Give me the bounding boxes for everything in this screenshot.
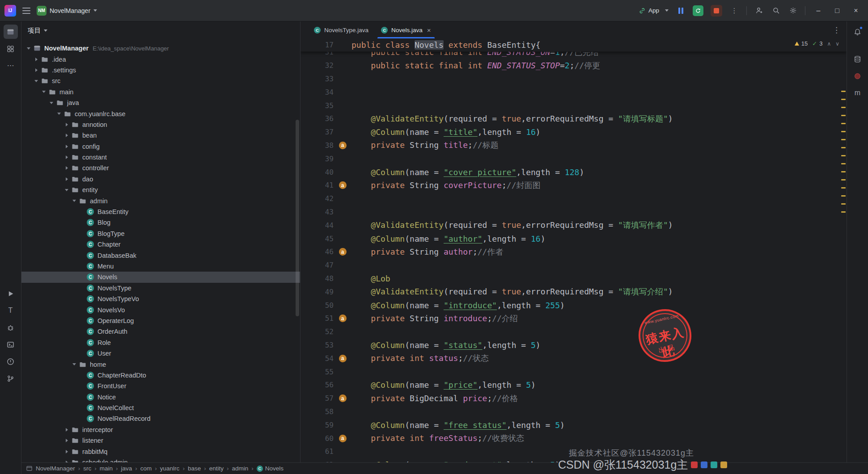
tree-item-novelsvo[interactable]: CNovelsVo [21, 304, 300, 315]
warning-stripe-mark[interactable] [841, 195, 846, 197]
tree-item-role[interactable]: CRole [21, 337, 300, 348]
close-button[interactable]: × [848, 3, 864, 18]
minimize-button[interactable]: – [811, 3, 826, 18]
tree-item-bean[interactable]: bean [21, 130, 300, 141]
line-number[interactable]: 43 [301, 208, 334, 216]
line-number[interactable]: 36 [301, 114, 334, 123]
tree-item-annotion[interactable]: annotion [21, 119, 300, 130]
tree-item-blogtype[interactable]: CBlogType [21, 228, 300, 239]
maximize-button[interactable]: □ [830, 3, 845, 18]
editor-tab-novels-java[interactable]: CNovels.java× [375, 21, 437, 38]
warning-stripe-mark[interactable] [841, 123, 846, 124]
line-number[interactable]: 44 [301, 221, 334, 230]
breadcrumb-item-java[interactable]: java [121, 465, 132, 472]
bell-icon[interactable] [851, 25, 865, 39]
tree-item-chapter[interactable]: CChapter [21, 239, 300, 250]
tree-item--idea[interactable]: .idea [21, 54, 300, 64]
gutter-annotation-icon[interactable]: a [334, 142, 351, 149]
warning-stripe-mark[interactable] [841, 115, 846, 116]
chevron-expanded-icon[interactable] [40, 91, 47, 93]
tree-item-chapterreaddto[interactable]: CChapterReadDto [21, 370, 300, 381]
chevron-collapsed-icon[interactable] [63, 155, 70, 159]
tree-item-java[interactable]: java [21, 97, 300, 108]
tab-options-icon[interactable]: ⋮ [833, 21, 840, 38]
maven-icon[interactable]: m [851, 86, 865, 100]
chevron-collapsed-icon[interactable] [63, 134, 70, 137]
editor-tab-novelstype-java[interactable]: CNovelsType.java [308, 21, 375, 38]
tree-item-notice[interactable]: CNotice [21, 392, 300, 403]
chevron-collapsed-icon[interactable] [33, 68, 40, 72]
tree-item-novelreadrecord[interactable]: CNovelReadRecord [21, 413, 300, 424]
structure-icon[interactable] [4, 42, 18, 56]
line-number[interactable]: 54 [301, 354, 334, 363]
tree-item-entity[interactable]: entity [21, 185, 300, 195]
tree-item-dao[interactable]: dao [21, 174, 300, 185]
warning-stripe-mark[interactable] [841, 179, 846, 180]
line-number[interactable]: 41 [301, 181, 334, 189]
search-everywhere-button[interactable] [769, 4, 783, 17]
line-number[interactable]: 47 [301, 261, 334, 269]
profiler-icon[interactable] [851, 69, 865, 83]
tree-item-rabbitmq[interactable]: rabbitMq [21, 446, 300, 457]
tree-item-src[interactable]: src [21, 76, 300, 86]
breadcrumb-item-entity[interactable]: entity [209, 465, 224, 472]
line-number[interactable]: 56 [301, 381, 334, 389]
bug-icon[interactable] [4, 320, 18, 335]
line-number[interactable]: 57 [301, 394, 334, 403]
tree-item-novelstype[interactable]: CNovelsType [21, 283, 300, 294]
prev-problem-icon[interactable]: ∧ [827, 41, 831, 47]
chevron-expanded-icon[interactable] [25, 47, 32, 50]
breadcrumb-item-com[interactable]: com [140, 465, 152, 472]
tree-item-schedule-admin[interactable]: schedule.admin [21, 457, 300, 462]
run-config-widget[interactable]: App [639, 7, 669, 14]
gutter-annotation-icon[interactable]: a [334, 248, 351, 256]
chevron-collapsed-icon[interactable] [63, 145, 70, 148]
chevron-expanded-icon[interactable] [63, 189, 70, 191]
tree-item-novelmanager[interactable]: NovelManagerE:\idea_space\NovelManager [21, 43, 300, 54]
more-actions-button[interactable]: ⋮ [728, 4, 741, 17]
tree-item-constant[interactable]: constant [21, 152, 300, 163]
problems-icon[interactable] [4, 354, 18, 369]
line-number[interactable]: 40 [301, 168, 334, 176]
line-number[interactable]: 37 [301, 128, 334, 136]
tree-item-main[interactable]: main [21, 87, 300, 97]
warning-stripe-mark[interactable] [841, 163, 846, 164]
tree-item-novelstypevo[interactable]: CNovelsTypeVo [21, 294, 300, 304]
line-number[interactable]: 53 [301, 341, 334, 349]
pause-button[interactable] [674, 4, 687, 17]
rerun-button[interactable] [691, 4, 705, 17]
code-with-me-button[interactable] [752, 4, 766, 17]
warning-stripe-mark[interactable] [841, 187, 846, 189]
git-icon[interactable] [4, 371, 18, 386]
gutter-annotation-icon[interactable]: a [334, 315, 351, 322]
todo-icon[interactable]: T [4, 303, 18, 318]
line-number[interactable]: 60 [301, 434, 334, 443]
project-widget[interactable]: NM NovelManager [37, 6, 97, 16]
tree-item-user[interactable]: CUser [21, 348, 300, 359]
line-number[interactable]: 61 [301, 447, 334, 456]
tree-item-orderauth[interactable]: COrderAuth [21, 326, 300, 337]
warning-stripe-mark[interactable] [841, 99, 846, 100]
warning-stripe-mark[interactable] [841, 203, 846, 205]
warning-stripe-mark[interactable] [841, 107, 846, 108]
terminal-icon[interactable] [4, 337, 18, 352]
settings-button[interactable] [786, 4, 800, 17]
chevron-expanded-icon[interactable] [71, 363, 78, 365]
tree-item-frontuser[interactable]: CFrontUser [21, 381, 300, 391]
chevron-collapsed-icon[interactable] [63, 123, 70, 126]
warning-stripe-mark[interactable] [841, 155, 846, 156]
passed-indicator[interactable]: ✓ 3 [812, 40, 822, 47]
breadcrumb-item-yuanlrc[interactable]: yuanlrc [160, 465, 180, 472]
tree-item-admin[interactable]: admin [21, 195, 300, 206]
chevron-expanded-icon[interactable] [71, 200, 78, 202]
line-number[interactable]: 49 [301, 288, 334, 296]
line-number[interactable]: 33 [301, 75, 334, 83]
inspections-widget[interactable]: 15 ✓ 3 ∧ ∨ [795, 40, 839, 47]
warning-stripe-mark[interactable] [841, 139, 846, 140]
breadcrumb-item-base[interactable]: base [188, 465, 201, 472]
editor-body[interactable]: 31 public static final int END_STATUS_ON… [301, 38, 847, 462]
line-number[interactable]: 32 [301, 61, 334, 70]
chevron-expanded-icon[interactable] [33, 80, 40, 82]
gutter-annotation-icon[interactable]: a [334, 394, 351, 402]
breadcrumb-item-admin[interactable]: admin [232, 465, 248, 472]
